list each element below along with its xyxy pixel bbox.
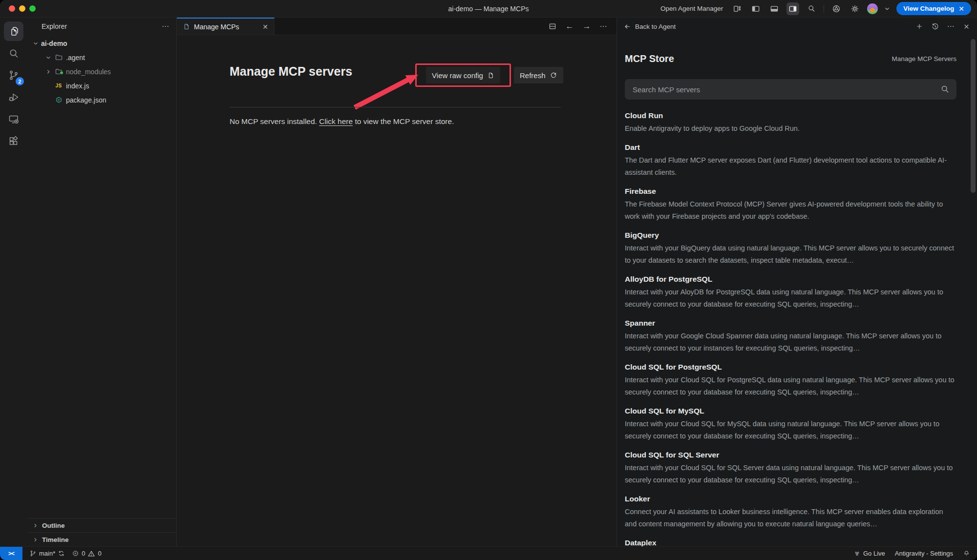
search-activity-icon[interactable] [4, 43, 23, 63]
git-branch-status[interactable]: main* [29, 550, 65, 557]
mcp-server-description: Interact with your AloyDB for PostgreSQL… [625, 286, 956, 311]
run-debug-activity-icon[interactable] [4, 87, 23, 107]
window-controls [0, 5, 36, 12]
mcp-server-name: Dataplex [625, 538, 956, 546]
remote-explorer-activity-icon[interactable] [4, 109, 23, 129]
navigate-back-icon[interactable]: ← [566, 22, 574, 30]
notifications-bell-icon[interactable] [963, 550, 970, 557]
mcp-store-title: MCP Store [625, 53, 674, 64]
mcp-server-item[interactable]: Cloud Run Enable Antigravity to deploy a… [625, 110, 956, 135]
node-package-icon: js [54, 96, 64, 104]
mcp-server-name: Cloud SQL for PostgreSQL [625, 362, 956, 373]
refresh-button[interactable]: Refresh [514, 67, 563, 83]
explorer-more-actions-icon[interactable]: ⋯ [162, 22, 170, 31]
sync-icon[interactable] [58, 550, 65, 557]
source-control-badge: 2 [16, 77, 24, 85]
close-window-button[interactable] [9, 5, 15, 12]
mcp-search-input[interactable] [625, 79, 956, 100]
mcp-server-description: Interact with your Cloud SQL for SQL Ser… [625, 462, 956, 486]
editor-more-actions-icon[interactable]: ⋯ [600, 22, 608, 31]
history-icon[interactable] [931, 22, 939, 31]
refresh-label: Refresh [520, 71, 546, 80]
mcp-server-name: AlloyDB for PostgreSQL [625, 274, 956, 285]
click-here-link[interactable]: Click here [319, 117, 353, 125]
customize-layout-icon[interactable] [731, 2, 743, 15]
folder-icon [54, 67, 64, 76]
panel-scrollbar[interactable] [971, 39, 976, 193]
titlebar-divider [824, 5, 824, 13]
mcp-server-item[interactable]: Cloud SQL for PostgreSQL Interact with y… [625, 362, 956, 398]
problems-status[interactable]: 0 0 [72, 550, 101, 558]
mcp-server-name: Looker [625, 494, 956, 504]
mcp-server-item[interactable]: AlloyDB for PostgreSQL Interact with you… [625, 274, 956, 311]
tree-item-package-json[interactable]: js package.json [27, 93, 176, 107]
view-changelog-button[interactable]: View Changelog ✕ [896, 2, 971, 15]
empty-state-prefix: No MCP servers installed. [230, 117, 319, 125]
toggle-right-panel-icon[interactable] [786, 2, 799, 15]
file-icon [183, 23, 190, 30]
mcp-server-name: Firebase [625, 186, 956, 197]
remote-indicator[interactable]: >< [0, 547, 22, 560]
tab-manage-mcps[interactable]: Manage MCPs ✕ [177, 18, 275, 35]
settings-gear-icon[interactable] [849, 2, 861, 15]
activity-bar: 2 [0, 18, 27, 546]
chevron-right-icon [32, 537, 39, 543]
mcp-server-item[interactable]: Looker Connect your AI assistants to Loo… [625, 494, 956, 530]
minimize-window-button[interactable] [19, 5, 25, 12]
panel-more-actions-icon[interactable]: ⋯ [947, 22, 956, 31]
toggle-left-panel-icon[interactable] [749, 2, 762, 15]
mcp-server-item[interactable]: Firebase The Firebase Model Context Prot… [625, 186, 956, 223]
antigravity-settings-button[interactable]: Antigravity - Settings [895, 550, 953, 557]
tree-item-index-js[interactable]: JS index.js [27, 79, 176, 93]
tab-close-icon[interactable]: ✕ [262, 23, 268, 31]
browser-icon[interactable] [830, 2, 843, 15]
page-title: Manage MCP servers [230, 64, 352, 79]
settings-label: Antigravity - Settings [895, 550, 953, 557]
mcp-search [625, 79, 956, 100]
maximize-window-button[interactable] [29, 5, 36, 12]
empty-state-suffix: to view the MCP server store. [353, 117, 454, 125]
back-to-agent-label: Back to Agent [635, 23, 676, 30]
open-agent-manager-button[interactable]: Open Agent Manager [660, 5, 723, 12]
search-icon[interactable] [805, 2, 818, 15]
explorer-title: Explorer [42, 22, 67, 30]
branch-name: main* [39, 550, 55, 557]
dismiss-changelog-icon[interactable]: ✕ [958, 5, 964, 13]
go-live-label: Go Live [863, 550, 885, 557]
mcp-server-item[interactable]: BigQuery Interact with your BigQuery dat… [625, 230, 956, 267]
search-icon [940, 84, 950, 94]
timeline-section[interactable]: Timeline [27, 532, 176, 546]
view-raw-config-label: View raw config [432, 71, 483, 80]
close-panel-icon[interactable] [963, 23, 970, 30]
chevron-down-icon[interactable] [884, 5, 891, 12]
mcp-server-item[interactable]: Dart The Dart and Flutter MCP server exp… [625, 142, 956, 179]
mcp-server-item[interactable]: Cloud SQL for MySQL Interact with your C… [625, 406, 956, 442]
git-branch-icon [29, 550, 37, 557]
mcp-server-name: Cloud SQL for MySQL [625, 406, 956, 416]
user-avatar[interactable] [867, 3, 878, 14]
folder-icon [54, 53, 64, 62]
explorer-activity-icon[interactable] [4, 21, 23, 41]
mcp-store-panel: Back to Agent ⋯ MCP Store Manage MCP Ser… [616, 18, 977, 546]
status-bar: >< main* 0 0 Go Live Antigravity - Setti… [0, 546, 977, 560]
outline-section[interactable]: Outline [27, 518, 176, 532]
mcp-server-item[interactable]: Cloud SQL for SQL Server Interact with y… [625, 450, 956, 486]
manage-mcp-servers-link[interactable]: Manage MCP Servers [892, 55, 956, 62]
extensions-activity-icon[interactable] [4, 131, 23, 151]
tree-item-node-modules[interactable]: node_modules [27, 64, 176, 79]
warnings-icon [87, 550, 95, 558]
source-control-activity-icon[interactable]: 2 [4, 65, 23, 85]
tree-item-agent[interactable]: .agent [27, 50, 176, 64]
view-changelog-label: View Changelog [903, 5, 954, 12]
tree-item-root[interactable]: ai-demo [27, 36, 176, 50]
toggle-bottom-panel-icon[interactable] [768, 2, 781, 15]
mcp-server-item[interactable]: Dataplex [625, 538, 956, 546]
view-raw-config-button[interactable]: View raw config [426, 67, 500, 83]
new-conversation-icon[interactable] [915, 22, 923, 30]
go-live-button[interactable]: Go Live [853, 550, 885, 557]
split-editor-icon[interactable] [548, 22, 557, 31]
errors-icon [72, 550, 79, 557]
navigate-forward-icon[interactable]: → [583, 22, 591, 30]
back-to-agent-button[interactable]: Back to Agent [624, 23, 676, 30]
mcp-server-item[interactable]: Spanner Interact with your Google Cloud … [625, 318, 956, 354]
